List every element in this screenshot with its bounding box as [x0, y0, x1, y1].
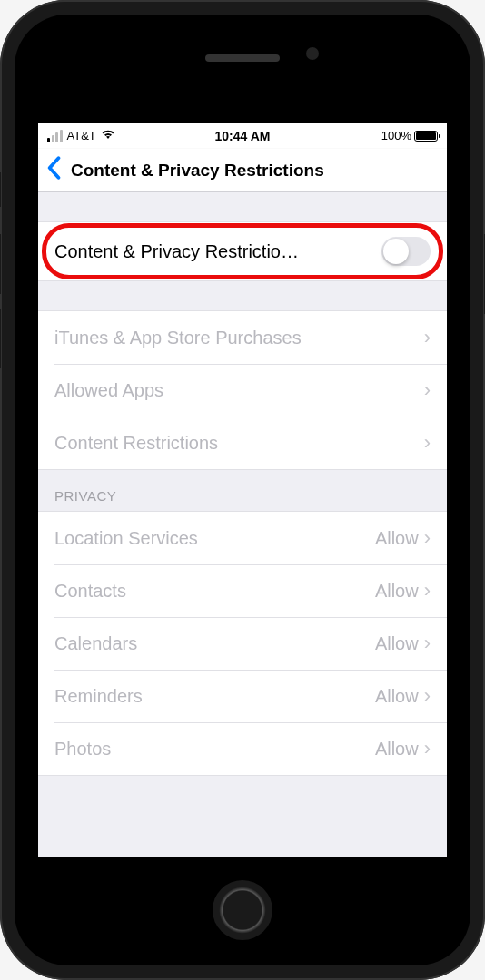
home-button[interactable] [213, 880, 272, 940]
content-privacy-switch[interactable] [381, 237, 431, 266]
row-value: Allow [375, 686, 419, 707]
volume-up [0, 234, 1, 294]
row-label: Calendars [54, 633, 375, 654]
itunes-purchases-row[interactable]: iTunes & App Store Purchases › [38, 311, 447, 364]
toggle-label: Content & Privacy Restrictio… [54, 241, 381, 262]
content-scroll[interactable]: Content & Privacy Restrictio… iTunes & A… [38, 192, 447, 857]
content-privacy-toggle-row[interactable]: Content & Privacy Restrictio… [38, 222, 447, 280]
toggle-group: Content & Privacy Restrictio… [38, 221, 447, 281]
chevron-right-icon: › [424, 684, 431, 708]
row-value: Allow [375, 528, 419, 549]
privacy-section-header: PRIVACY [38, 470, 447, 511]
back-button[interactable] [45, 156, 71, 184]
chevron-right-icon: › [424, 378, 431, 402]
row-label: Contacts [54, 581, 375, 602]
carrier-label: AT&T [67, 129, 96, 142]
signal-icon [47, 130, 63, 142]
row-label: Photos [54, 739, 375, 760]
reminders-row[interactable]: Reminders Allow › [38, 670, 447, 722]
battery-icon [414, 131, 438, 142]
status-time: 10:44 AM [215, 129, 271, 143]
chevron-right-icon: › [424, 737, 431, 760]
calendars-row[interactable]: Calendars Allow › [38, 617, 447, 670]
wifi-icon [101, 129, 115, 142]
row-label: Content Restrictions [54, 433, 424, 454]
allowed-apps-row[interactable]: Allowed Apps › [38, 364, 447, 416]
front-camera [306, 47, 319, 60]
contacts-row[interactable]: Contacts Allow › [38, 564, 447, 617]
volume-down [0, 309, 1, 368]
page-title: Content & Privacy Restrictions [71, 161, 440, 181]
switch-knob [383, 239, 409, 264]
row-label: Allowed Apps [54, 380, 424, 401]
content-restrictions-row[interactable]: Content Restrictions › [38, 416, 447, 469]
battery-percentage: 100% [381, 129, 411, 142]
chevron-right-icon: › [424, 431, 431, 455]
row-label: iTunes & App Store Purchases [54, 328, 424, 348]
row-value: Allow [375, 581, 419, 602]
chevron-right-icon: › [424, 326, 431, 349]
mute-switch [0, 172, 1, 207]
privacy-group: Location Services Allow › Contacts Allow… [38, 511, 447, 776]
photos-row[interactable]: Photos Allow › [38, 722, 447, 775]
chevron-right-icon: › [424, 579, 431, 603]
status-bar: AT&T 10:44 AM 100% [38, 123, 447, 149]
restrictions-group: iTunes & App Store Purchases › Allowed A… [38, 310, 447, 470]
screen: AT&T 10:44 AM 100% Content [38, 123, 447, 857]
chevron-right-icon: › [424, 526, 431, 550]
speaker [205, 54, 280, 62]
phone-bezel: AT&T 10:44 AM 100% Content [15, 15, 470, 965]
nav-bar: Content & Privacy Restrictions [38, 149, 447, 192]
row-label: Reminders [54, 686, 375, 707]
chevron-right-icon: › [424, 632, 431, 655]
row-value: Allow [375, 739, 419, 760]
phone-frame: AT&T 10:44 AM 100% Content [0, 0, 485, 980]
location-services-row[interactable]: Location Services Allow › [38, 512, 447, 564]
row-label: Location Services [54, 528, 375, 549]
row-value: Allow [375, 633, 419, 654]
